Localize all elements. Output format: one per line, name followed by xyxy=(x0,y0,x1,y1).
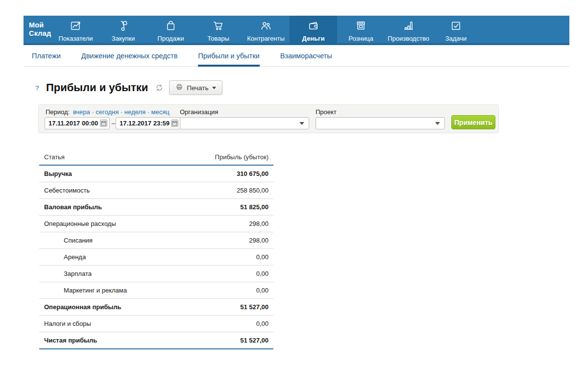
period-link-week[interactable]: неделя xyxy=(124,108,146,116)
chevron-down-icon xyxy=(212,87,216,89)
calendar-icon[interactable] xyxy=(171,120,178,127)
profit-loss-table: Статья Прибыль (убыток) Выручка 310 675,… xyxy=(39,150,273,349)
nav-item-tovary[interactable]: Товары xyxy=(195,16,242,45)
nav-item-label: Розница xyxy=(348,35,373,42)
nav-item-label: Показатели xyxy=(59,35,93,42)
printer-icon xyxy=(175,83,183,92)
people-icon xyxy=(260,20,272,33)
table-row: Себестоимость 258 850,00 xyxy=(39,182,273,199)
row-label: Зарплата xyxy=(39,266,178,282)
chevron-down-icon xyxy=(299,122,304,125)
row-value: 298,00 xyxy=(178,232,273,249)
app-window: Мой Склад Показатели Закупки Продажи xyxy=(0,0,588,392)
nav-item-zadachi[interactable]: Задачи xyxy=(432,16,480,45)
tab-label: Движение денежных средств xyxy=(81,52,178,60)
table-row: Выручка 310 675,00 xyxy=(39,165,273,182)
row-label: Аренда xyxy=(39,249,178,266)
nav-item-zakupki[interactable]: Закупки xyxy=(99,16,147,45)
storefront-icon xyxy=(355,20,367,33)
shopping-cart-icon xyxy=(212,20,224,33)
date-to-input[interactable]: 17.12.2017 23:59 xyxy=(116,117,181,129)
top-nav: Мой Склад Показатели Закупки Продажи xyxy=(24,16,569,45)
nav-item-roznica[interactable]: Розница xyxy=(337,16,385,45)
tab-label: Прибыли и убытки xyxy=(198,52,259,60)
nav-item-pokazateli[interactable]: Показатели xyxy=(52,16,99,45)
tab-platezhi[interactable]: Платежи xyxy=(32,45,61,66)
row-value: 0,00 xyxy=(178,249,273,266)
nav-item-label: Закупки xyxy=(112,35,135,42)
table-row: Зарплата 0,00 xyxy=(39,266,273,282)
help-icon[interactable]: ? xyxy=(35,84,39,92)
row-value: 0,00 xyxy=(178,266,273,282)
nav-item-proizvodstvo[interactable]: Производство xyxy=(385,16,432,45)
refresh-icon[interactable] xyxy=(155,84,163,92)
nav-item-label: Деньги xyxy=(302,35,325,42)
organization-select[interactable] xyxy=(180,117,309,129)
row-value: 51 527,00 xyxy=(178,332,273,349)
table-row: Операционная прибыль 51 527,00 xyxy=(39,299,273,316)
row-label: Себестоимость xyxy=(39,182,178,199)
tab-pribyli-ubytki[interactable]: Прибыли и убытки xyxy=(198,45,259,66)
nav-item-label: Производство xyxy=(388,35,429,42)
column-header-profit: Прибыль (убыток) xyxy=(178,150,273,165)
check-square-icon xyxy=(450,20,462,33)
row-label: Чистая прибыль xyxy=(39,332,178,349)
row-label: Операционные расходы xyxy=(39,216,178,232)
logo-line1: Мой xyxy=(29,21,44,29)
link-separator: · xyxy=(119,108,124,116)
row-value: 51 527,00 xyxy=(178,299,273,316)
row-value: 0,00 xyxy=(178,282,273,299)
tab-label: Платежи xyxy=(32,52,61,60)
title-bar: ? Прибыли и убытки Печать xyxy=(24,78,569,97)
nav-item-dengi[interactable]: Деньги xyxy=(290,16,337,45)
row-value: 51 825,00 xyxy=(178,199,273,216)
date-from-value: 17.11.2017 00:00 xyxy=(49,120,98,127)
row-label: Выручка xyxy=(39,165,178,182)
period-link-month[interactable]: месяц xyxy=(151,108,170,116)
row-value: 0,00 xyxy=(178,316,273,332)
nav-item-label: Контрагенты xyxy=(247,35,285,42)
period-link-today[interactable]: сегодня xyxy=(96,108,119,116)
row-value: 310 675,00 xyxy=(178,165,273,182)
wallet-icon xyxy=(307,20,319,33)
nav-item-label: Продажи xyxy=(157,35,184,42)
tab-label: Взаиморасчеты xyxy=(280,52,332,60)
date-from-input[interactable]: 17.11.2017 00:00 xyxy=(45,117,110,129)
row-value: 298,00 xyxy=(178,216,273,232)
period-label: Период: xyxy=(46,108,70,116)
section-tabs: Платежи Движение денежных средств Прибыл… xyxy=(24,45,569,67)
row-label: Налоги и сборы xyxy=(39,316,178,332)
nav-item-label: Задачи xyxy=(445,35,467,42)
table-row: Налоги и сборы 0,00 xyxy=(39,316,273,332)
row-label: Валовая прибыль xyxy=(39,199,178,216)
tab-vzaimoraschety[interactable]: Взаиморасчеты xyxy=(280,45,332,66)
period-quick-links: вчера · сегодня · неделя · месяц xyxy=(73,108,170,116)
nav-item-prodazhi[interactable]: Продажи xyxy=(147,16,195,45)
chart-trend-icon xyxy=(70,20,82,33)
print-button[interactable]: Печать xyxy=(169,80,222,95)
table-header-row: Статья Прибыль (убыток) xyxy=(39,150,273,165)
logo-line2: Склад xyxy=(29,29,51,37)
bar-chart-icon xyxy=(402,20,415,33)
table-row: Аренда 0,00 xyxy=(39,249,273,266)
date-range-separator: – xyxy=(112,120,115,127)
nav-item-kontragenty[interactable]: Контрагенты xyxy=(242,16,290,45)
period-link-yesterday[interactable]: вчера xyxy=(73,108,90,116)
row-value: 258 850,00 xyxy=(178,182,273,199)
print-button-label: Печать xyxy=(187,84,208,92)
date-to-value: 17.12.2017 23:59 xyxy=(120,120,170,127)
project-select[interactable] xyxy=(316,117,445,129)
row-label: Списания xyxy=(39,232,178,249)
hand-truck-icon xyxy=(117,20,129,33)
table-row: Маркетинг и реклама 0,00 xyxy=(39,282,273,299)
tab-dvizhenie-sredstv[interactable]: Движение денежных средств xyxy=(81,45,178,66)
column-header-article: Статья xyxy=(39,150,178,165)
table-row: Чистая прибыль 51 527,00 xyxy=(39,332,273,349)
apply-button[interactable]: Применить xyxy=(451,115,495,129)
organization-label: Организация xyxy=(180,108,218,116)
link-separator: · xyxy=(146,108,151,116)
calendar-icon[interactable] xyxy=(100,120,107,127)
table-row: Валовая прибыль 51 825,00 xyxy=(39,199,273,216)
table-row: Списания 298,00 xyxy=(39,232,273,249)
app-logo[interactable]: Мой Склад xyxy=(24,16,52,45)
